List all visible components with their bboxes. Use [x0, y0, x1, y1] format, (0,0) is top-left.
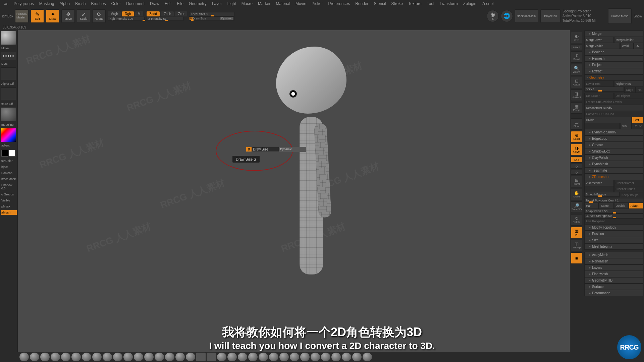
mask-btn[interactable]: pMask	[1, 204, 17, 209]
brush-item[interactable]	[238, 353, 247, 361]
project-all[interactable]: ProjectAll	[540, 9, 560, 23]
dynamesh[interactable]: DynaMesh	[584, 161, 643, 167]
m-button[interactable]: M	[135, 11, 143, 16]
brush-item[interactable]	[82, 353, 91, 361]
same-btn[interactable]: Same	[599, 203, 613, 209]
xyz-button[interactable]: XYZ	[571, 157, 582, 163]
menu-item[interactable]: Marker	[258, 1, 270, 6]
tessimate[interactable]: Tessimate	[584, 167, 643, 174]
deformation[interactable]: Deformation	[584, 290, 643, 296]
menu-item[interactable]: Preferences	[328, 1, 350, 6]
edit-mode[interactable]: ✎Edit	[31, 9, 44, 23]
brush-item[interactable]	[363, 353, 372, 361]
menu-item[interactable]: Material	[276, 1, 290, 6]
project-section[interactable]: Project	[584, 62, 643, 68]
brush-item[interactable]	[113, 353, 122, 361]
aahalf-button[interactable]: ◨AAHalf	[571, 89, 582, 101]
object-label[interactable]: bject	[1, 165, 17, 169]
layers[interactable]: Layers	[584, 264, 643, 271]
brush-item[interactable]	[175, 353, 185, 361]
brush-item[interactable]	[196, 353, 206, 361]
menu-item[interactable]: Layer	[212, 1, 222, 6]
brush-item[interactable]	[155, 353, 164, 361]
brush-item[interactable]	[92, 353, 102, 361]
solo-button[interactable]: ■	[571, 252, 582, 264]
uv-btn[interactable]: Uv	[634, 43, 643, 49]
zremesher-btn[interactable]: ZRemesher	[584, 180, 614, 186]
brush-item[interactable]	[165, 353, 174, 361]
weld-btn[interactable]: Weld	[620, 43, 634, 49]
freezegroups-btn[interactable]: FreezeGroups	[614, 186, 644, 192]
menu-item[interactable]: Masking	[39, 1, 54, 6]
brush-item[interactable]	[217, 353, 226, 361]
dynamic-subdiv[interactable]: Dynamic Subdiv	[584, 129, 643, 135]
polyframe-button[interactable]: ▦PF	[571, 227, 582, 238]
local-button[interactable]: ⊕Local	[571, 131, 582, 142]
brush-item[interactable]	[279, 353, 289, 361]
menu-item[interactable]: Movie	[296, 1, 306, 6]
remesh-section[interactable]: Remesh	[584, 55, 643, 62]
adapt-btn[interactable]: Adapt	[629, 203, 643, 209]
sdiv-slider[interactable]: SDiv 1	[584, 87, 624, 92]
menu-item[interactable]: Stencil	[374, 1, 386, 6]
overlay-draw-size-slider[interactable]: 8 Draw Size Dynamic	[246, 147, 306, 152]
lightbox-button[interactable]: ightBox	[2, 14, 13, 18]
frame-mesh[interactable]: Frame Mesh	[608, 8, 632, 24]
brush-item[interactable]	[207, 353, 216, 361]
backface-mask[interactable]: BackfaceMask	[515, 9, 538, 23]
brush-item[interactable]	[19, 353, 29, 361]
reuv-btn[interactable]: ReUV	[632, 123, 643, 129]
s-helper[interactable]: ◉S	[487, 10, 499, 22]
color-swatches[interactable]	[1, 149, 17, 157]
zremesher-section[interactable]: ZRemesher	[584, 174, 643, 180]
boolean-btn[interactable]: Boolean	[1, 171, 17, 175]
bpr-button[interactable]: ◐BPR	[571, 32, 582, 43]
smt-btn[interactable]: Smt	[632, 117, 643, 123]
brush-item[interactable]	[259, 353, 268, 361]
size[interactable]: Size	[584, 237, 643, 243]
target-polycount-slider[interactable]: Target Polygons Count 1	[584, 198, 643, 203]
mergevisible-btn[interactable]: MergeVisible	[584, 43, 620, 49]
visible-btn[interactable]: Visible	[1, 198, 17, 203]
brush-item[interactable]	[61, 353, 70, 361]
menu-item[interactable]: Brush	[75, 1, 86, 6]
brush-item[interactable]	[30, 353, 39, 361]
menu-item[interactable]: Stroke	[391, 1, 403, 6]
position[interactable]: Position	[584, 231, 643, 237]
meshintegrity[interactable]: MeshIntegrity	[584, 243, 643, 250]
convert-bpr-btn[interactable]: Convert BPR To Geo	[584, 111, 643, 117]
menu-item[interactable]: Transform	[440, 1, 458, 6]
color-picker[interactable]	[1, 128, 16, 142]
brush-item[interactable]	[40, 353, 50, 361]
brush-item[interactable]	[311, 353, 320, 361]
brush-item[interactable]	[290, 353, 299, 361]
brush-item[interactable]	[123, 353, 133, 361]
brush-item[interactable]	[248, 353, 258, 361]
merge-section[interactable]: Merge	[584, 31, 643, 37]
shadowbox[interactable]: ShadowBox	[584, 148, 643, 155]
rgb-button[interactable]: Rgb	[122, 11, 133, 16]
brush-item[interactable]	[300, 353, 310, 361]
arraymesh[interactable]: ArrayMesh	[584, 252, 643, 258]
brush-item[interactable]	[134, 353, 143, 361]
ysym-button[interactable]: ◑Y.Sym	[571, 144, 582, 155]
draw-mode[interactable]: ✦Draw	[46, 9, 59, 23]
menu-item[interactable]: Zplugin	[463, 1, 476, 6]
subtool-master[interactable]: SubTool Master	[15, 9, 29, 23]
brush-item[interactable]	[144, 353, 154, 361]
extract-section[interactable]: Extract	[584, 68, 643, 74]
edgeloop[interactable]: EdgeLoop	[584, 135, 643, 142]
axis-x[interactable]: ○	[571, 164, 582, 169]
swatch-white[interactable]	[9, 150, 15, 157]
ra-btn[interactable]: Ra	[636, 87, 643, 93]
menu-item[interactable]: Macro	[241, 1, 253, 6]
menu-item[interactable]: Tool	[427, 1, 434, 6]
show-label[interactable]: Show	[634, 14, 642, 18]
backfacemask-btn[interactable]: kfaceMask	[1, 177, 17, 181]
brush-preview[interactable]	[1, 31, 16, 45]
adaptivesize-slider[interactable]: AdaptiveSize 50	[584, 209, 643, 214]
menu-item[interactable]: Polygroups	[14, 1, 34, 6]
mergesimilar-btn[interactable]: MergeSimilar	[614, 37, 644, 43]
modify-topology[interactable]: Modify Topology	[584, 224, 643, 231]
brush-item[interactable]	[269, 353, 278, 361]
